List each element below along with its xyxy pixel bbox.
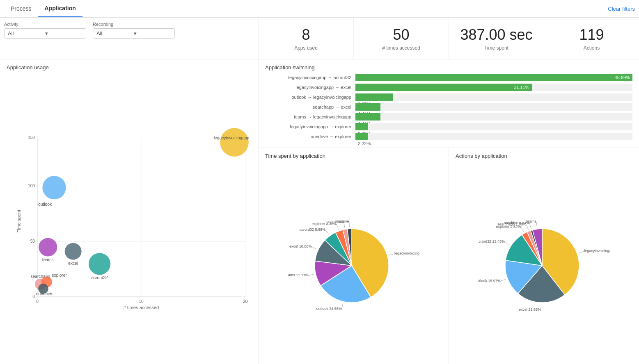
- bar-fill: [355, 133, 368, 140]
- bar-label: searchapp → excel: [265, 105, 355, 109]
- activity-filter-group: Activity All ▾: [4, 22, 86, 55]
- svg-text:onedrive: onedrive: [36, 291, 53, 296]
- pie-label: teams: [526, 219, 536, 223]
- stat-value-apps-used: 8: [263, 26, 349, 43]
- svg-text:50: 50: [30, 239, 35, 243]
- activity-dropdown-icon: ▾: [45, 30, 82, 36]
- left-panel: Application usage Time spent 0 50 100: [0, 59, 259, 364]
- bar-row: teams → legacyinvoicingapp 4.44%: [265, 113, 632, 121]
- bar-pct: 31.11%: [514, 85, 529, 90]
- recording-value: All: [96, 30, 134, 36]
- app-usage-title: Application usage: [0, 59, 258, 72]
- actions-by-app-chart: legacyinvoicingapp 39.5%excel 21.85%outl…: [456, 162, 632, 364]
- svg-line-35: [500, 279, 506, 281]
- pie-label: legacyinvoicingapp 41.34%: [394, 252, 419, 256]
- recording-label: Recording: [93, 22, 175, 27]
- bars-container: legacyinvoicingapp → acrord32 48.89% leg…: [265, 74, 632, 140]
- bar-row: legacyinvoicingapp → excel 31.11%: [265, 84, 632, 91]
- stat-label-time-spent: Time spent: [453, 45, 540, 51]
- activity-label: Activity: [4, 22, 86, 27]
- bar-label: onedrive → explorer: [265, 134, 355, 139]
- bar-row: onedrive → explorer 2.22%: [265, 133, 632, 140]
- bar-label: legacyinvoicingapp → excel: [265, 85, 355, 90]
- stat-card-time-spent: 387.00 secTime spent: [449, 18, 544, 59]
- bar-pct: 48.89%: [615, 75, 630, 80]
- bar-row: legacyinvoicingapp → explorer 2.22%: [265, 123, 632, 130]
- activity-value: All: [8, 30, 45, 36]
- bar-container: 4.44%: [355, 103, 632, 111]
- bar-container: 2.22%: [355, 133, 632, 140]
- bar-fill: 48.89%: [355, 74, 632, 81]
- bar-label: teams → legacyinvoicingapp: [265, 114, 355, 119]
- bubble-teams[interactable]: [39, 238, 57, 257]
- svg-line-36: [504, 242, 509, 245]
- top-tabs: Process Application Clear filters: [0, 0, 639, 18]
- scatter-chart: Time spent 0 50 100 150 0 10: [16, 75, 252, 364]
- bar-row: legacyinvoicingapp → acrord32 48.89%: [265, 74, 632, 81]
- stats-cards: 8Apps used50# times accessed387.00 secTi…: [259, 18, 639, 59]
- bar-row: searchapp → excel 4.44%: [265, 103, 632, 111]
- svg-text:Time spent: Time spent: [16, 209, 21, 232]
- bottom-charts: Time spent by application legacyinvoicin…: [259, 148, 639, 364]
- svg-text:0: 0: [36, 299, 39, 304]
- svg-line-40: [536, 222, 537, 228]
- bar-fill: 31.11%: [355, 84, 532, 91]
- svg-text:legacyinvoicingapp: legacyinvoicingapp: [214, 136, 250, 140]
- bar-fill: [355, 103, 380, 111]
- svg-line-38: [526, 224, 528, 230]
- svg-line-39: [529, 223, 531, 229]
- time-by-app-section: Time spent by application legacyinvoicin…: [259, 148, 449, 364]
- recording-dropdown-icon: ▾: [134, 30, 171, 36]
- pie-label: teams 11.11%: [288, 273, 309, 277]
- clear-filters-button[interactable]: Clear filters: [608, 1, 635, 17]
- svg-text:150: 150: [28, 135, 35, 140]
- filter-section: Activity All ▾ Recording All ▾: [0, 18, 259, 59]
- app-switching-section: Application switching legacyinvoicingapp…: [259, 59, 639, 148]
- svg-text:0: 0: [32, 294, 35, 299]
- svg-line-30: [337, 224, 339, 230]
- stat-value-actions: 119: [548, 26, 635, 43]
- bar-container: 48.89%: [355, 74, 632, 81]
- actions-by-app-section: Actions by application legacyinvoicingap…: [449, 148, 639, 364]
- bubble-excel[interactable]: [65, 243, 82, 260]
- svg-text:outlook: outlook: [38, 202, 52, 207]
- bubble-legacyinvoicingapp[interactable]: [220, 128, 249, 157]
- bubble-acrord32[interactable]: [89, 253, 110, 275]
- bar-label: legacyinvoicingapp → acrord32: [265, 75, 355, 80]
- tab-application[interactable]: Application: [38, 0, 82, 17]
- stat-card-times-accessed: 50# times accessed: [354, 18, 449, 59]
- pie-label: legacyinvoicingapp 39.5%: [584, 249, 610, 253]
- bar-row: outlook → legacyinvoicingapp 6.67%: [265, 93, 632, 101]
- svg-text:excel: excel: [68, 261, 78, 266]
- main-content: Application usage Time spent 0 50 100: [0, 59, 639, 364]
- pie-label: excel 21.85%: [519, 308, 541, 312]
- stat-card-actions: 119Actions: [544, 18, 639, 59]
- time-by-app-chart: legacyinvoicingapp 41.34%outlook 24.55%t…: [265, 162, 442, 364]
- bar-container: 4.44%: [355, 113, 632, 121]
- pie-label: excel 10.08%: [289, 244, 311, 248]
- pie-label: outlook 15.97%: [479, 279, 501, 283]
- stat-value-time-spent: 387.00 sec: [453, 26, 540, 43]
- bar-pct-outside: 2.22%: [358, 141, 371, 146]
- bar-container: 2.22%: [355, 123, 632, 130]
- svg-line-29: [325, 230, 329, 234]
- recording-select[interactable]: All ▾: [93, 28, 175, 39]
- tab-process[interactable]: Process: [4, 0, 38, 17]
- svg-text:explorer: explorer: [52, 273, 67, 278]
- svg-line-25: [389, 254, 394, 255]
- pie-label: outlook 24.55%: [316, 307, 341, 311]
- stat-label-actions: Actions: [548, 45, 635, 51]
- bar-fill: [355, 113, 380, 121]
- bar-label: legacyinvoicingapp → explorer: [265, 124, 355, 129]
- svg-line-28: [311, 247, 317, 249]
- bar-fill: [355, 93, 393, 101]
- svg-text:teams: teams: [42, 257, 54, 262]
- svg-line-27: [308, 274, 314, 275]
- app-switching-title: Application switching: [265, 64, 632, 74]
- actions-by-app-title: Actions by application: [456, 153, 632, 159]
- bar-container: 6.67%: [355, 93, 632, 101]
- pie-label: onedrive 0.84%: [504, 221, 529, 225]
- svg-text:# times accessed: # times accessed: [123, 305, 159, 310]
- bubble-outlook[interactable]: [42, 176, 66, 199]
- activity-select[interactable]: All ▾: [4, 28, 86, 39]
